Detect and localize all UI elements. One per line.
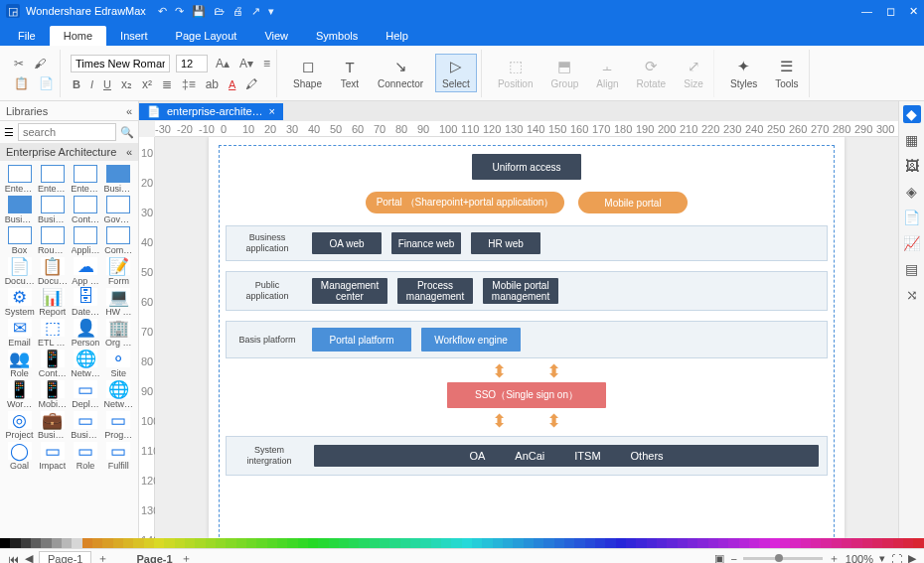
styles-button[interactable]: ✦Styles [724,55,763,91]
open-icon[interactable]: 🗁 [214,5,225,18]
block-mobile-mgmt[interactable]: Mobile portal management [483,278,558,304]
group-button[interactable]: ⬒Group [544,55,584,91]
shape-item[interactable]: Busin… [103,165,134,194]
close-icon[interactable]: ✕ [909,5,918,18]
shape-item[interactable]: Box [4,226,35,255]
text-button[interactable]: TText [334,55,366,91]
menu-page-layout[interactable]: Page Layout [162,26,251,46]
shape-item[interactable]: Appli… [71,226,101,255]
block-portal-platform[interactable]: Portal platform [312,328,411,352]
print-icon[interactable]: 🖨 [232,5,243,18]
shape-item[interactable]: 📱Mobi… [37,380,68,409]
shape-button[interactable]: ◻Shape [287,55,328,91]
shape-item[interactable]: ▭Busin… [71,411,101,440]
superscript-icon[interactable]: x² [140,76,154,92]
page-icon[interactable]: 📄 [903,209,921,226]
select-button[interactable]: ▷Select [435,54,477,92]
shape-item[interactable]: ⚬Site [103,350,134,378]
save-icon[interactable]: 💾 [192,5,206,18]
prev-page-icon[interactable]: ◀ [25,552,33,563]
menu-insert[interactable]: Insert [106,26,162,46]
shape-item[interactable]: 📋Docu… [37,257,68,286]
search-icon[interactable]: 🔍 [120,126,134,139]
position-button[interactable]: ⬚Position [492,55,539,91]
line-spacing-icon[interactable]: ‡≡ [180,76,198,92]
block-sso[interactable]: SSO（Single sign on） [447,382,606,408]
subscript-icon[interactable]: x₂ [119,76,134,92]
block-uniform-access[interactable]: Uniform access [472,154,581,180]
menu-home[interactable]: Home [50,26,106,46]
shape-item[interactable]: ☁App … [71,257,101,286]
highlight-icon[interactable]: 🖍 [243,76,259,92]
menu-symbols[interactable]: Symbols [302,26,372,46]
shape-item[interactable]: ✉Email [4,319,35,348]
export-icon[interactable]: ↗ [251,5,260,18]
block-hr-web[interactable]: HR web [471,232,540,254]
block-mgmt-center[interactable]: Management center [312,278,387,304]
first-page-icon[interactable]: ⏮ [8,553,19,564]
align-button[interactable]: ⫠Align [590,55,624,91]
shape-item[interactable]: ◯Goal [4,442,35,471]
font-size-select[interactable] [176,55,208,72]
zoom-out-icon[interactable]: − [730,553,736,564]
shape-item[interactable]: ▭Prog… [103,411,134,440]
shape-item[interactable]: 🏢Org … [103,319,134,348]
shape-item[interactable]: ▭Role [71,442,101,471]
shape-item[interactable]: ⬚ETL J… [37,319,68,348]
image-icon[interactable]: 🖼 [903,157,921,175]
undo-icon[interactable]: ↶ [158,5,167,18]
page[interactable]: Uniform access Portal （Sharepoint+portal… [209,137,845,538]
library-menu-icon[interactable]: ☰ [4,126,14,139]
shape-item[interactable]: 📱Wor… [4,380,35,409]
shape-item[interactable]: Cont… [71,196,101,224]
fill-icon[interactable]: ▦ [903,131,921,149]
shape-item[interactable]: Com… [103,226,134,255]
shape-item[interactable]: 🌐Netw… [103,380,134,409]
shape-item[interactable]: ▭Impact [37,442,68,471]
tools-button[interactable]: ☰Tools [769,55,804,91]
library-section-label[interactable]: Enterprise Architecture [6,146,116,158]
collapse-panel-icon[interactable]: « [126,105,132,117]
block-proc-mgmt[interactable]: Process management [397,278,473,304]
menu-file[interactable]: File [4,26,50,46]
rotate-button[interactable]: ⟳Rotate [631,55,672,91]
connector-button[interactable]: ↘Connector [372,55,429,91]
shape-item[interactable]: 📊Report [37,288,68,317]
block-workflow[interactable]: Workflow engine [421,328,521,352]
random-icon[interactable]: ⤭ [903,286,921,304]
chart-icon[interactable]: 📈 [903,234,921,252]
font-color-icon[interactable]: A [227,76,237,92]
add-page-icon[interactable]: ＋ [97,551,108,563]
shape-item[interactable]: 💼Busin… [37,411,68,440]
shape-item[interactable]: ⚙System [4,288,35,317]
add-page-icon[interactable]: ＋ [181,551,192,563]
shape-item[interactable]: 📱Cont… [37,350,68,378]
shape-item[interactable]: Enter… [4,165,35,194]
zoom-slider[interactable] [743,557,823,560]
shape-item[interactable]: Busin… [4,196,35,224]
copy-icon[interactable]: 📋 [12,75,31,91]
menu-view[interactable]: View [250,26,302,46]
format-painter-icon[interactable]: 🖌 [32,56,48,71]
close-tab-icon[interactable]: × [269,105,275,117]
layers-icon[interactable]: ◈ [903,183,921,201]
block-finance-web[interactable]: Finance web [391,232,461,254]
shape-item[interactable]: Busin… [37,196,68,224]
zoom-dropdown-icon[interactable]: ▾ [879,552,885,563]
shape-item[interactable]: 💻HW … [103,288,134,317]
redo-icon[interactable]: ↷ [175,5,184,18]
bold-icon[interactable]: B [71,76,82,92]
increase-font-icon[interactable]: A▴ [214,56,231,71]
align-text-icon[interactable]: ≡ [261,56,272,71]
shape-item[interactable]: ▭Depl… [71,380,101,409]
block-oa-web[interactable]: OA web [312,232,382,254]
decrease-font-icon[interactable]: A▾ [237,56,255,71]
shape-item[interactable]: ◎Project [4,411,35,440]
theme-icon[interactable]: ◆ [903,105,921,123]
diagram-container[interactable]: Uniform access Portal （Sharepoint+portal… [219,145,835,538]
shape-item[interactable]: Enter… [37,165,68,194]
bullets-icon[interactable]: ≣ [160,76,174,92]
font-select[interactable] [71,55,170,72]
library-search-input[interactable] [18,123,116,141]
maximize-icon[interactable]: ◻ [886,5,895,18]
